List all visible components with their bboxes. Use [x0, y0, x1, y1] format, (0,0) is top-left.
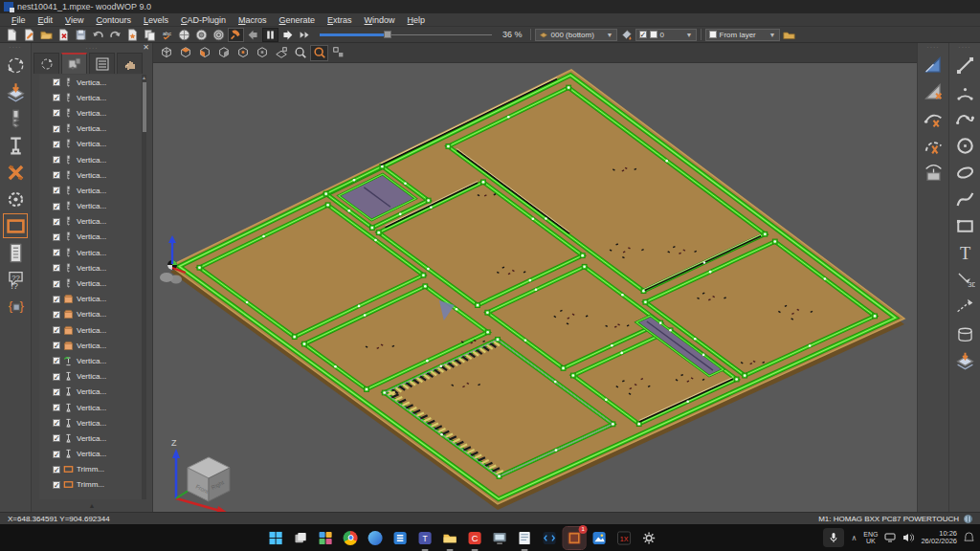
strip-drag-handle[interactable]: ···· [9, 45, 21, 50]
draw-curve-button[interactable] [952, 106, 977, 131]
hidden-icons-chevron[interactable]: ∧ [851, 534, 857, 542]
operation-row[interactable]: ✓Vertica... [39, 307, 146, 322]
draw-cylinder-button[interactable] [952, 320, 977, 345]
view-cube-front-button[interactable] [195, 45, 213, 61]
menu-edit[interactable]: Edit [33, 15, 59, 25]
operation-checkbox[interactable]: ✓ [53, 466, 60, 474]
operation-row[interactable]: ✓Vertica... [39, 214, 146, 230]
menu-view[interactable]: View [59, 15, 89, 25]
operation-checkbox[interactable]: ✓ [53, 109, 60, 117]
view-flat-button[interactable] [272, 45, 290, 61]
tab-machine[interactable] [61, 53, 87, 74]
slider-thumb[interactable] [384, 31, 391, 38]
pause-button[interactable] [262, 28, 278, 42]
contour-trim-button[interactable] [921, 106, 946, 131]
explorer-button[interactable] [439, 527, 461, 549]
menu-macros[interactable]: Macros [233, 15, 273, 25]
chrome-button[interactable] [340, 527, 362, 549]
operation-row[interactable]: ✓Vertica... [39, 353, 146, 368]
measure-angle-button[interactable] [921, 53, 946, 77]
measure-cut-button[interactable] [921, 79, 946, 104]
operation-row[interactable]: ✓Vertica... [39, 105, 146, 121]
operation-row[interactable]: ✓Vertica... [39, 137, 146, 152]
copy-macro-button[interactable] [142, 28, 158, 42]
operation-checkbox[interactable]: ✓ [53, 373, 60, 381]
operation-checkbox[interactable]: ✓ [53, 203, 60, 210]
new-file-button[interactable] [4, 28, 20, 42]
menu-window[interactable]: Window [359, 15, 401, 25]
operation-row[interactable]: ✓Vertica... [39, 199, 146, 214]
operation-row[interactable]: ✓Vertica... [39, 338, 146, 353]
list-scrollbar[interactable]: ▲ [142, 75, 146, 499]
fill-layer-button[interactable] [618, 28, 635, 42]
nesting-frame-button[interactable] [3, 213, 28, 238]
clamp-tool-button[interactable] [3, 133, 28, 158]
network-icon[interactable] [884, 529, 896, 546]
operation-checkbox[interactable]: ✓ [53, 481, 60, 489]
draw-line-button[interactable] [952, 53, 977, 77]
view-cube-right-button[interactable] [253, 45, 271, 61]
board-setup-button[interactable] [3, 79, 28, 104]
notification-bell-icon[interactable] [964, 529, 974, 546]
saw-tool-button[interactable] [3, 160, 28, 185]
simulation-slider[interactable] [320, 30, 492, 39]
onex-app-button[interactable]: 1X [613, 527, 635, 549]
help-info-button[interactable]: ??!? [3, 267, 28, 292]
operation-row[interactable]: ✓Vertica... [39, 322, 146, 338]
draw-text-button[interactable]: T [952, 240, 977, 265]
screen-app-button[interactable] [489, 527, 511, 549]
operation-checkbox[interactable]: ✓ [53, 264, 60, 272]
close-icon[interactable]: ✕ [143, 43, 149, 52]
settings-button[interactable] [638, 527, 660, 549]
widgets-button[interactable] [315, 527, 337, 549]
tab-manual[interactable] [117, 53, 143, 74]
operation-checkbox[interactable]: ✓ [53, 249, 60, 256]
operation-row[interactable]: ✓Vertica... [39, 385, 146, 400]
operation-row[interactable]: ✓Vertica... [39, 245, 146, 260]
taskview-button[interactable] [290, 527, 312, 549]
operation-row[interactable]: ✓Vertica... [39, 447, 146, 462]
report-button[interactable] [3, 240, 28, 265]
woodwop-app-button[interactable]: 1 [564, 527, 586, 549]
contour-delete-button[interactable] [921, 160, 946, 185]
operation-row[interactable]: ✓Vertica... [39, 230, 146, 245]
menu-cad-plugin[interactable]: CAD-Plugin [175, 15, 232, 25]
operation-row[interactable]: ✓Vertica... [39, 183, 146, 198]
menu-contours[interactable]: Contours [90, 15, 137, 25]
from-layer-select[interactable]: From layer ▼ [705, 29, 780, 41]
operation-checkbox[interactable]: ✓ [53, 187, 60, 194]
operation-checkbox[interactable]: ✓ [53, 326, 60, 334]
operation-checkbox[interactable]: ✓ [53, 434, 60, 442]
nesting-3d-view[interactable]: Z X Front Right [153, 63, 917, 512]
draw-3d-button[interactable]: 3D [952, 267, 977, 292]
operation-row[interactable]: ✓Vertica... [39, 400, 146, 415]
clock[interactable]: 10:2626/02/2026 [921, 530, 957, 545]
draw-ellipse-button[interactable] [952, 160, 977, 185]
draw-measure-button[interactable] [952, 294, 977, 319]
draw-rect-button[interactable] [952, 213, 977, 238]
operation-row[interactable]: ✓Vertica... [39, 415, 146, 430]
operation-row[interactable]: ✓Vertica... [39, 430, 146, 446]
operation-row[interactable]: ✓Vertica... [39, 75, 146, 90]
draw-arc-button[interactable] [952, 79, 977, 104]
layer-select[interactable]: ✓ 0 ▼ [635, 29, 697, 41]
view-cube-iso-button[interactable] [157, 45, 175, 61]
operation-checkbox[interactable]: ✓ [53, 94, 60, 101]
blade-tool-button[interactable] [3, 187, 28, 211]
redc-app-button[interactable]: C [464, 527, 486, 549]
appgrid-button[interactable] [390, 527, 412, 549]
zoom-all-button[interactable] [291, 45, 309, 61]
language-indicator[interactable]: ENGUK [863, 531, 878, 544]
new-template-button[interactable] [21, 28, 37, 42]
operation-row[interactable]: ✓Vertica... [39, 276, 146, 291]
operation-checkbox[interactable]: ✓ [53, 141, 60, 148]
layer-folder-button[interactable] [781, 28, 797, 42]
copilot-button[interactable] [365, 527, 387, 549]
zoom-window-button[interactable] [310, 45, 328, 61]
panel-collapse-arrow[interactable]: ▲ [32, 499, 152, 512]
operation-checkbox[interactable]: ✓ [53, 388, 60, 396]
layer-checkbox[interactable]: ✓ [639, 31, 647, 38]
operation-checkbox[interactable]: ✓ [53, 78, 60, 86]
operation-checkbox[interactable]: ✓ [53, 171, 60, 179]
operation-checkbox[interactable]: ✓ [53, 218, 60, 226]
